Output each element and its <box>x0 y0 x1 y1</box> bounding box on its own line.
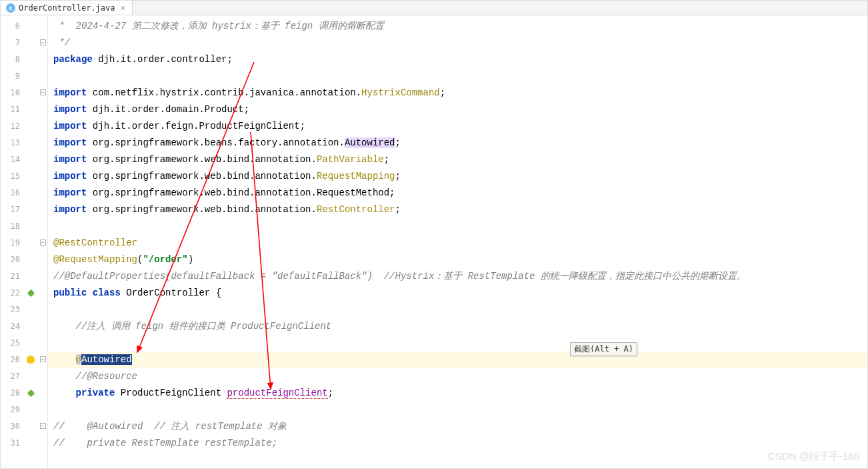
line-number: 14 <box>1 151 24 168</box>
line-number: 17 <box>1 201 24 218</box>
line-number: 26 <box>1 352 24 368</box>
code-line[interactable]: import com.netflix.hystrix.contrib.javan… <box>48 85 867 101</box>
line-number: 15 <box>1 168 24 185</box>
code-line[interactable]: import djh.it.order.feign.ProductFeignCl… <box>48 118 867 135</box>
line-number: 31 <box>1 435 24 452</box>
code-line[interactable]: * 2024-4-27 第二次修改，添加 hystrix：基于 feign 调用… <box>48 18 867 35</box>
code-line[interactable]: //注入 调用 feign 组件的接口类 ProductFeignClient <box>48 318 867 335</box>
spring-bean-icon[interactable] <box>26 288 36 298</box>
close-icon[interactable]: × <box>121 3 126 13</box>
code-line[interactable]: //@Resource <box>48 368 867 385</box>
intention-bulb-icon[interactable] <box>27 356 35 364</box>
line-number: 29 <box>1 402 24 418</box>
line-number: 27 <box>1 368 24 385</box>
code-line[interactable]: import djh.it.order.domain.Product; <box>48 101 867 118</box>
code-line[interactable] <box>48 218 867 235</box>
line-number: 30 <box>1 418 24 435</box>
tab-bar: c OrderController.java × <box>1 1 867 15</box>
code-line[interactable]: @Autowired <box>48 352 867 368</box>
screenshot-tooltip: 截图(Alt + A) <box>570 342 637 356</box>
line-number: 23 <box>1 302 24 318</box>
line-number: 10 <box>1 85 24 101</box>
line-number: 22 <box>1 285 24 302</box>
line-number: 12 <box>1 118 24 135</box>
code-line[interactable]: import org.springframework.web.bind.anno… <box>48 168 867 185</box>
icon-gutter <box>24 15 39 468</box>
fold-toggle-icon[interactable]: − <box>40 39 46 45</box>
code-line[interactable]: import org.springframework.web.bind.anno… <box>48 185 867 201</box>
line-number: 9 <box>1 68 24 85</box>
line-number: 28 <box>1 385 24 402</box>
line-number: 7 <box>1 35 24 51</box>
code-line[interactable]: @RestController <box>48 235 867 252</box>
tab-filename: OrderController.java <box>19 3 115 13</box>
code-line[interactable]: //@DefaultProperties(defaultFallback = "… <box>48 268 867 285</box>
line-number: 19 <box>1 235 24 252</box>
line-number: 8 <box>1 51 24 68</box>
code-line[interactable]: // private RestTemplate restTemplate; <box>48 435 867 452</box>
fold-gutter: −−−−− <box>39 15 48 468</box>
code-line[interactable]: // @Autowired // 注入 restTemplate 对象 <box>48 418 867 435</box>
spring-bean-icon[interactable] <box>26 388 36 398</box>
line-number: 11 <box>1 101 24 118</box>
fold-toggle-icon[interactable]: − <box>40 240 46 246</box>
code-line[interactable]: import org.springframework.web.bind.anno… <box>48 151 867 168</box>
line-number: 21 <box>1 268 24 285</box>
file-tab[interactable]: c OrderController.java × <box>1 1 133 15</box>
code-line[interactable] <box>48 302 867 318</box>
code-line[interactable]: import org.springframework.beans.factory… <box>48 135 867 151</box>
code-line[interactable] <box>48 68 867 85</box>
code-line[interactable]: package djh.it.order.controller; <box>48 51 867 68</box>
editor[interactable]: 6789101112131415161718192021222324252627… <box>1 15 867 468</box>
line-number: 6 <box>1 18 24 35</box>
code-line[interactable]: public class OrderController { <box>48 285 867 302</box>
line-number: 20 <box>1 252 24 268</box>
line-number: 13 <box>1 135 24 151</box>
line-number: 24 <box>1 318 24 335</box>
fold-toggle-icon[interactable]: − <box>40 423 46 429</box>
code-line[interactable]: import org.springframework.web.bind.anno… <box>48 201 867 218</box>
line-number: 25 <box>1 335 24 352</box>
code-line[interactable] <box>48 402 867 418</box>
java-class-icon: c <box>6 3 15 13</box>
code-line[interactable]: @RequestMapping("/order") <box>48 252 867 268</box>
line-number: 18 <box>1 218 24 235</box>
fold-toggle-icon[interactable]: − <box>40 89 46 95</box>
fold-toggle-icon[interactable]: − <box>40 356 46 362</box>
code-line[interactable]: private ProductFeignClient productFeignC… <box>48 385 867 402</box>
line-number: 16 <box>1 185 24 201</box>
line-number-gutter: 6789101112131415161718192021222324252627… <box>1 15 24 468</box>
code-area[interactable]: * 2024-4-27 第二次修改，添加 hystrix：基于 feign 调用… <box>48 15 867 468</box>
code-line[interactable]: */ <box>48 35 867 51</box>
code-line[interactable] <box>48 335 867 352</box>
